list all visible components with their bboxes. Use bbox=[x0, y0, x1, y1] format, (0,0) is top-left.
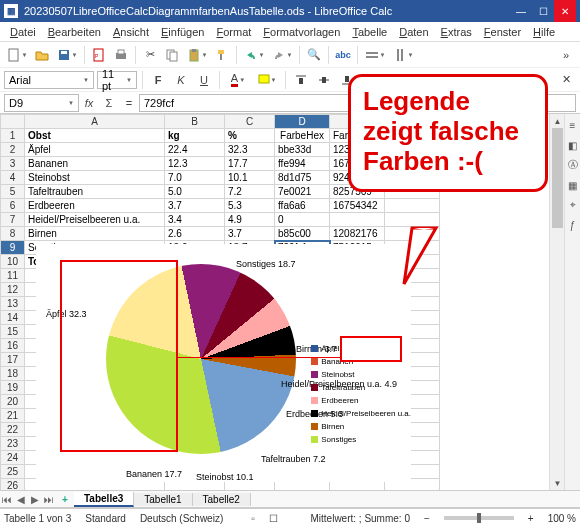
maximize-button[interactable]: ☐ bbox=[532, 0, 554, 22]
paste-button[interactable]: ▼ bbox=[184, 45, 210, 65]
sheet-tab-tabelle2[interactable]: Tabelle2 bbox=[193, 493, 251, 506]
cell[interactable]: 22.4 bbox=[165, 143, 225, 157]
menu-formatvorlagen[interactable]: Formatvorlagen bbox=[257, 24, 346, 40]
copy-button[interactable] bbox=[162, 45, 182, 65]
cell[interactable]: Steinobst bbox=[25, 171, 165, 185]
highlight-color-button[interactable]: ▼ bbox=[254, 70, 280, 90]
vertical-scrollbar[interactable]: ▲ ▼ bbox=[549, 114, 564, 490]
sidebar-functions-icon[interactable]: ƒ bbox=[566, 218, 580, 232]
cell[interactable]: 12082176 bbox=[330, 227, 385, 241]
scroll-down-button[interactable]: ▼ bbox=[550, 476, 565, 490]
col-ops-button[interactable]: ▼ bbox=[390, 45, 416, 65]
equals-button[interactable]: = bbox=[119, 93, 139, 113]
cell[interactable]: kg bbox=[165, 129, 225, 143]
cell[interactable]: bbe33d bbox=[275, 143, 330, 157]
undo-button[interactable]: ▼ bbox=[241, 45, 267, 65]
row-header[interactable]: 12 bbox=[1, 283, 25, 297]
menu-tabelle[interactable]: Tabelle bbox=[346, 24, 393, 40]
cell[interactable]: 10.1 bbox=[225, 171, 275, 185]
cell[interactable] bbox=[330, 213, 385, 227]
cell[interactable]: 0 bbox=[275, 213, 330, 227]
function-wizard-button[interactable]: fx bbox=[79, 93, 99, 113]
align-top-button[interactable] bbox=[291, 70, 311, 90]
row-header[interactable]: 6 bbox=[1, 199, 25, 213]
row-header[interactable]: 5 bbox=[1, 185, 25, 199]
cell[interactable]: ffa6a6 bbox=[275, 199, 330, 213]
select-all-corner[interactable] bbox=[1, 115, 25, 129]
row-header[interactable]: 21 bbox=[1, 409, 25, 423]
cell[interactable]: b85c00 bbox=[275, 227, 330, 241]
sidebar-styles-icon[interactable]: Ⓐ bbox=[566, 158, 580, 172]
tab-prev-button[interactable]: ◀ bbox=[14, 494, 28, 505]
cell[interactable]: 17.7 bbox=[225, 157, 275, 171]
zoom-slider[interactable] bbox=[444, 516, 514, 520]
status-language[interactable]: Deutsch (Schweiz) bbox=[140, 513, 223, 524]
minimize-button[interactable]: — bbox=[510, 0, 532, 22]
cell[interactable] bbox=[385, 199, 440, 213]
format-paint-button[interactable] bbox=[212, 45, 232, 65]
row-header[interactable]: 25 bbox=[1, 465, 25, 479]
row-header[interactable]: 3 bbox=[1, 157, 25, 171]
tab-next-button[interactable]: ▶ bbox=[28, 494, 42, 505]
open-button[interactable] bbox=[32, 45, 52, 65]
close-sidebar-button[interactable]: ✕ bbox=[556, 70, 576, 90]
redo-button[interactable]: ▼ bbox=[269, 45, 295, 65]
cell[interactable]: Bananen bbox=[25, 157, 165, 171]
cell[interactable]: Birnen bbox=[25, 227, 165, 241]
export-pdf-button[interactable]: P bbox=[89, 45, 109, 65]
align-middle-button[interactable] bbox=[314, 70, 334, 90]
sidebar-menu-icon[interactable]: ≡ bbox=[566, 118, 580, 132]
cell[interactable]: 2.6 bbox=[165, 227, 225, 241]
row-header[interactable]: 1 bbox=[1, 129, 25, 143]
menu-ansicht[interactable]: Ansicht bbox=[107, 24, 155, 40]
cell[interactable]: 12.3 bbox=[165, 157, 225, 171]
row-header[interactable]: 7 bbox=[1, 213, 25, 227]
row-header[interactable]: 17 bbox=[1, 353, 25, 367]
cell[interactable]: Heidel/Preiselbeeren u.a. bbox=[25, 213, 165, 227]
cell[interactable]: 3.4 bbox=[165, 213, 225, 227]
italic-button[interactable]: K bbox=[171, 70, 191, 90]
tab-first-button[interactable]: ⏮ bbox=[0, 494, 14, 505]
cell[interactable]: 8d1d75 bbox=[275, 171, 330, 185]
cell[interactable]: 32.3 bbox=[225, 143, 275, 157]
cell[interactable]: Obst bbox=[25, 129, 165, 143]
status-style[interactable]: Standard bbox=[85, 513, 126, 524]
row-header[interactable]: 23 bbox=[1, 437, 25, 451]
row-header[interactable]: 24 bbox=[1, 451, 25, 465]
row-header[interactable]: 10 bbox=[1, 255, 25, 269]
font-size-select[interactable]: 11 pt▼ bbox=[97, 71, 137, 89]
sheet-tab-tabelle1[interactable]: Tabelle1 bbox=[134, 493, 192, 506]
scroll-up-button[interactable]: ▲ bbox=[550, 114, 565, 128]
cell[interactable]: 3.7 bbox=[165, 199, 225, 213]
col-header-d[interactable]: D bbox=[275, 115, 330, 129]
menu-extras[interactable]: Extras bbox=[435, 24, 478, 40]
cell[interactable]: 7e0021 bbox=[275, 185, 330, 199]
cell[interactable]: 16754342 bbox=[330, 199, 385, 213]
spellcheck-button[interactable]: abc bbox=[333, 45, 353, 65]
row-header[interactable]: 13 bbox=[1, 297, 25, 311]
find-button[interactable]: 🔍 bbox=[304, 45, 324, 65]
scroll-thumb[interactable] bbox=[552, 128, 563, 228]
cell[interactable]: FarbeHex bbox=[275, 129, 330, 143]
menu-hilfe[interactable]: Hilfe bbox=[527, 24, 561, 40]
row-header[interactable]: 20 bbox=[1, 395, 25, 409]
status-selection-mode[interactable]: ▫ bbox=[251, 513, 255, 524]
underline-button[interactable]: U bbox=[194, 70, 214, 90]
close-button[interactable]: ✕ bbox=[554, 0, 576, 22]
row-header[interactable]: 19 bbox=[1, 381, 25, 395]
font-name-select[interactable]: Arial▼ bbox=[4, 71, 94, 89]
zoom-in-button[interactable]: + bbox=[528, 513, 534, 524]
sidebar-navigator-icon[interactable]: ⌖ bbox=[566, 198, 580, 212]
cell[interactable]: 7.2 bbox=[225, 185, 275, 199]
cell[interactable] bbox=[385, 213, 440, 227]
row-header[interactable]: 2 bbox=[1, 143, 25, 157]
row-header[interactable]: 4 bbox=[1, 171, 25, 185]
toolbar-overflow[interactable]: » bbox=[556, 45, 576, 65]
cell[interactable]: 3.7 bbox=[225, 227, 275, 241]
row-header[interactable]: 16 bbox=[1, 339, 25, 353]
sum-button[interactable]: Σ bbox=[99, 93, 119, 113]
row-header[interactable]: 9 bbox=[1, 241, 25, 255]
menu-datei[interactable]: Datei bbox=[4, 24, 42, 40]
cell[interactable]: 5.3 bbox=[225, 199, 275, 213]
cell[interactable]: Äpfel bbox=[25, 143, 165, 157]
